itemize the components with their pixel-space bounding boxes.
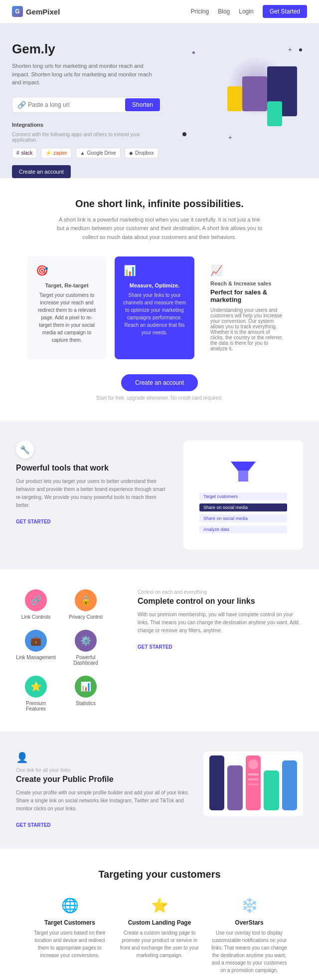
targeting-text-1: Create a custom landing page to promote …	[120, 929, 199, 959]
tools-icon: 🔧	[16, 441, 34, 459]
profile-card-3	[264, 770, 279, 810]
diagram-labels: Target customers Share on social media S…	[199, 492, 287, 533]
feature-text-0: Target your customers to increase your r…	[35, 291, 99, 344]
chart-icon: 📊	[80, 681, 91, 692]
briefcase-icon: 💼	[30, 635, 41, 646]
targeting-heading: Targeting your customers	[16, 869, 303, 880]
targeting-text-0: Target your users based on their locatio…	[30, 929, 110, 959]
hero-rect2-decor	[242, 76, 267, 111]
hero-url-input[interactable]	[28, 98, 125, 111]
link-controls-label: Link Controls	[16, 614, 56, 620]
tools-get-started-link[interactable]: GET STARTED	[16, 519, 51, 524]
logo[interactable]: GemPixel	[12, 6, 60, 17]
control-item-0: 🔗 Link Controls	[16, 589, 56, 620]
profile-avatar	[248, 759, 258, 769]
profile-card-2	[246, 755, 261, 810]
nav-login[interactable]: Login	[239, 8, 253, 15]
link-management-label: Link Management	[16, 655, 56, 660]
control-subtext: With our premium membership, you will ha…	[138, 611, 303, 635]
hero-section: Gem.ly Shorten long urls for marketing a…	[0, 23, 319, 178]
statistics-label: Statistics	[66, 701, 106, 706]
diagram-label-0: Target customers	[199, 492, 287, 500]
profile-layout: 👤 One link for all your links Create you…	[16, 751, 303, 829]
dashboard-label: Powerful Dashboard	[66, 655, 106, 666]
one-short-link-heading: One short link, infinite possibilities.	[16, 198, 303, 210]
funnel-svg	[228, 457, 258, 487]
hero-subtitle: Shorten long urls for marketing and moni…	[12, 62, 161, 87]
chart-icon: 📊	[123, 264, 137, 278]
nav-blog[interactable]: Blog	[218, 8, 230, 15]
dot-decor	[299, 48, 302, 51]
hero-url-input-row: 🔗 Shorten	[12, 97, 161, 113]
profile-left: 👤 One link for all your links Create you…	[16, 751, 191, 829]
tools-layout: 🔧 Powerful tools that work Our product l…	[16, 441, 303, 549]
nav-get-started-button[interactable]: Get Started	[263, 5, 307, 18]
gdrive-label: Google Drive	[87, 150, 116, 156]
feature-text-1: Share your links to your channels and me…	[123, 291, 186, 336]
profile-pre-heading: One link for all your links	[16, 767, 191, 773]
dot-decor2	[182, 132, 186, 136]
link-controls-icon: 🔗	[25, 589, 47, 611]
integrations-label: Integrations	[12, 122, 161, 128]
feature-title-0: Target, Re-target	[35, 282, 99, 288]
logo-text: GemPixel	[26, 7, 60, 16]
statistics-icon: 📊	[75, 676, 97, 698]
feature-title-2-pre: Reach & Increase sales	[210, 280, 284, 286]
tools-heading: Powerful tools that work	[16, 464, 171, 473]
profile-icon: 👤	[16, 751, 191, 763]
premium-features-label: Premium Features	[16, 701, 56, 712]
targeting-text-2: Use our overlay tool to display customiz…	[209, 929, 289, 974]
hero-left: Gem.ly Shorten long urls for marketing a…	[12, 41, 161, 178]
hero-illustration: + +	[177, 41, 307, 146]
dropbox-label: Dropbox	[135, 150, 154, 156]
hero-shorten-button[interactable]: Shorten	[125, 98, 160, 111]
targeting-grid: 🌐 Target Customers Target your users bas…	[16, 895, 303, 980]
profile-heading: Create your Public Profile	[16, 775, 191, 784]
profile-bar3	[248, 783, 259, 785]
logo-icon	[12, 6, 23, 17]
control-pre-heading: Control on each and everything	[138, 589, 303, 595]
link-icon: 🔗	[30, 595, 41, 606]
feature-card-1: 📊 Measure, Optimize. Share your links to…	[115, 256, 194, 359]
profile-get-started-link[interactable]: GET STARTED	[16, 822, 51, 828]
control-item-3: ⚙️ Powerful Dashboard	[66, 630, 106, 666]
control-get-started-link[interactable]: GET STARTED	[138, 644, 172, 650]
integration-dropbox[interactable]: ◆ Dropbox	[125, 148, 159, 158]
one-short-link-section: One short link, infinite possibilities. …	[0, 178, 319, 421]
feature-card-2: 📈 Reach & Increase sales Perfect for sal…	[202, 256, 292, 359]
dashboard-icon: ⚙️	[75, 630, 97, 652]
snowflake-icon2: ❄️	[239, 895, 259, 915]
tools-diagram-inner: Target customers Share on social media S…	[191, 449, 295, 541]
zapier-label: zapier	[53, 150, 67, 156]
hero-create-account-button[interactable]: Create an account	[12, 165, 71, 178]
profile-card-1	[227, 765, 242, 810]
target-icon: 🎯	[35, 264, 49, 278]
profile-card-0	[209, 755, 224, 810]
hero-title: Gem.ly	[12, 41, 161, 57]
lock-icon: 🔒	[80, 595, 91, 606]
nav-pricing[interactable]: Pricing	[191, 8, 209, 15]
diagram-label-2: Analyze data	[199, 525, 287, 533]
integration-zapier[interactable]: ⚡ zapier	[41, 148, 71, 158]
tools-diagram: Target customers Share on social media S…	[183, 441, 303, 549]
zapier-icon: ⚡	[45, 150, 51, 156]
targeting-item-2: ❄️ OverStars Use our overlay tool to dis…	[209, 895, 289, 974]
feature-card-0: 🎯 Target, Re-target Target your customer…	[27, 256, 107, 359]
control-layout: 🔗 Link Controls 🔒 Privacy Control 💼 Link…	[16, 589, 303, 712]
dropbox-icon: ◆	[129, 150, 133, 156]
targeting-title-1: Custom Landing Page	[120, 919, 199, 926]
link-icon: 🔗	[17, 101, 26, 109]
hero-rect4-decor	[267, 101, 282, 126]
create-account-center: Create an account Start for free, upgrad…	[16, 374, 303, 401]
privacy-control-icon: 🔒	[75, 589, 97, 611]
targeting-item-1: ⭐ Custom Landing Page Create a custom la…	[120, 895, 199, 974]
gear-icon: ⚙️	[80, 635, 91, 646]
integration-slack[interactable]: # slack	[12, 148, 37, 158]
integrations-row: # slack ⚡ zapier ▲ Google Drive ◆ Dropbo…	[12, 148, 161, 158]
targeting-title-0: Target Customers	[30, 919, 110, 926]
targeting-title-2: OverStars	[209, 919, 289, 926]
profile-right	[203, 751, 303, 816]
one-short-create-account-button[interactable]: Create an account	[121, 374, 198, 391]
feature-subtitle-2: Perfect for sales & marketing	[210, 288, 284, 303]
integration-gdrive[interactable]: ▲ Google Drive	[76, 148, 121, 158]
